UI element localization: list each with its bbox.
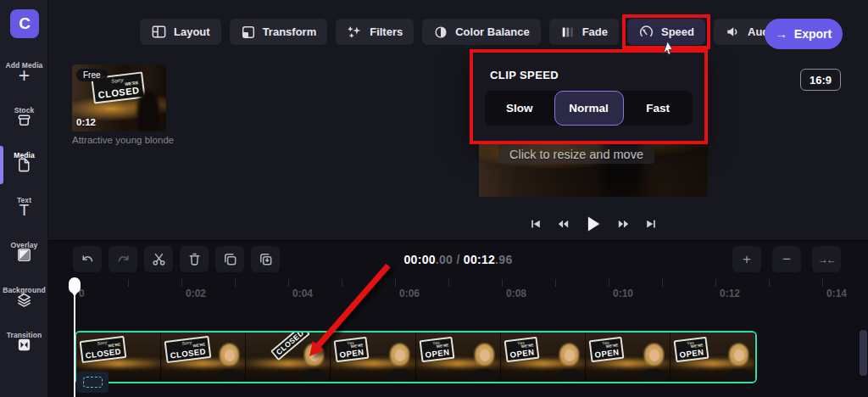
clip-selection-chip[interactable] — [76, 372, 108, 393]
sidebar-item-media[interactable]: Media — [0, 143, 48, 187]
ruler-label: 0:02 — [186, 288, 206, 299]
clip-frame: YesWE'REOPEN — [586, 333, 670, 382]
resize-tooltip: Click to resize and move — [498, 144, 654, 164]
export-label: Export — [794, 27, 832, 41]
export-button[interactable]: → Export — [765, 19, 843, 49]
timeline: 00:00.00 / 00:12.96 + − →← 0 0:02 0:04 0… — [48, 240, 868, 397]
plus-icon: + — [743, 251, 751, 268]
clip-toolbar: Layout Transform Filters Color Balance F… — [140, 19, 790, 45]
speed-button-wrapper: Speed — [627, 19, 705, 45]
layout-icon — [151, 24, 167, 40]
clip-frame: YesWE'REOPEN — [416, 333, 501, 382]
video-clip-selected[interactable]: SorryWE'RECLOSED SorryWE'RECLOSED CLOSED… — [75, 331, 757, 383]
sidebar-item-overlay[interactable]: Overlay — [0, 232, 48, 277]
zoom-to-fit-button[interactable]: →← — [812, 246, 841, 272]
clip-frame: CLOSED — [246, 333, 331, 382]
speed-icon — [638, 24, 654, 40]
skip-to-end-button[interactable] — [645, 218, 657, 230]
transform-icon — [241, 25, 256, 40]
ruler-label: 0:12 — [720, 288, 740, 299]
sidebar-item-label: Overlay — [11, 241, 38, 249]
zoom-out-button[interactable]: − — [772, 246, 801, 272]
timecode-current: 00:00 — [404, 253, 436, 266]
sidebar-item-transition[interactable]: Transition — [0, 322, 48, 367]
duration-badge: 0:12 — [76, 117, 96, 127]
person-thumbnail — [557, 343, 582, 382]
clip-frame: YesWE'REOPEN — [670, 333, 755, 382]
timecode-total-fraction: .96 — [495, 253, 512, 266]
filters-button[interactable]: Filters — [336, 19, 414, 45]
rewind-button[interactable] — [556, 218, 570, 230]
timecode-separator: / — [456, 253, 459, 266]
sign-main-text: OPEN — [339, 348, 364, 359]
clip-frame: YesWE'REOPEN — [331, 333, 415, 382]
sign-main-text: OPEN — [509, 348, 535, 359]
filters-icon — [347, 24, 363, 40]
ruler-label: 0:08 — [506, 288, 526, 299]
sign-main-text: OPEN — [425, 348, 450, 359]
export-arrow-icon: → — [776, 27, 787, 41]
layout-button[interactable]: Layout — [140, 19, 221, 45]
speed-option-slow[interactable]: Slow — [485, 91, 554, 126]
fade-label: Fade — [582, 25, 608, 38]
transform-button[interactable]: Transform — [230, 19, 328, 45]
person-thumbnail — [642, 343, 667, 382]
ruler-label: 0:14 — [826, 288, 847, 299]
person-silhouette — [137, 91, 159, 131]
sidebar-item-add-media[interactable]: + Add Media — [0, 53, 48, 98]
person-thumbnail — [302, 343, 327, 382]
timecode-current-fraction: .00 — [436, 253, 453, 266]
color-balance-label: Color Balance — [455, 25, 529, 38]
editor-top-section: Layout Transform Filters Color Balance F… — [48, 0, 868, 240]
speed-segmented-control: Slow Normal Fast — [485, 91, 693, 126]
main-area: Layout Transform Filters Color Balance F… — [48, 0, 868, 397]
playhead-line — [74, 281, 75, 397]
speed-option-fast[interactable]: Fast — [624, 91, 693, 126]
sidebar-item-label: Media — [14, 151, 35, 159]
speed-option-normal[interactable]: Normal — [554, 91, 624, 126]
sign-main-text: OPEN — [594, 348, 620, 359]
ruler-label: 0:04 — [292, 288, 313, 299]
person-thumbnail — [387, 343, 413, 382]
sidebar-item-label: Stock — [14, 106, 35, 115]
sidebar: C + Add Media Stock Media T Text — [0, 0, 48, 397]
clip-speed-title: CLIP SPEED — [490, 69, 559, 81]
ruler-label: 0:10 — [613, 288, 633, 299]
fit-icon: →← — [818, 254, 835, 266]
play-button[interactable] — [585, 215, 602, 233]
filters-label: Filters — [370, 25, 403, 38]
person-thumbnail — [472, 343, 498, 382]
media-thumbnail-card[interactable]: Free Sorry WE'RE CLOSED 0:12 — [72, 64, 166, 131]
media-caption: Attractive young blonde ... — [72, 135, 175, 145]
color-balance-button[interactable]: Color Balance — [422, 19, 540, 45]
timeline-zoom-controls: + − →← — [732, 246, 841, 272]
timeline-ruler[interactable]: 0 0:02 0:04 0:06 0:08 0:10 0:12 0:14 — [48, 279, 868, 306]
sidebar-item-label: Background — [3, 286, 46, 294]
free-badge: Free — [76, 69, 108, 81]
sidebar-item-label: Transition — [7, 331, 42, 339]
ruler-label: 0:06 — [399, 288, 420, 299]
timecode-total: 00:12 — [464, 253, 495, 266]
clip-speed-popup: CLIP SPEED Slow Normal Fast — [470, 49, 708, 144]
timeline-scrollbar[interactable] — [860, 330, 867, 376]
clip-frame: YesWE'REOPEN — [501, 333, 586, 382]
fade-button[interactable]: Fade — [549, 19, 619, 45]
sidebar-item-background[interactable]: Background — [0, 277, 48, 322]
sidebar-item-stock[interactable]: Stock — [0, 98, 48, 143]
ruler-ticks — [75, 279, 868, 287]
clipchamp-editor: C + Add Media Stock Media T Text — [0, 0, 868, 397]
playhead-handle[interactable] — [69, 277, 81, 294]
sidebar-item-text[interactable]: T Text — [0, 187, 48, 232]
dashed-placeholder-icon — [83, 377, 103, 388]
sidebar-item-label: Text — [17, 196, 31, 204]
mouse-cursor-icon — [661, 41, 674, 59]
fast-forward-button[interactable] — [616, 218, 631, 230]
audio-icon — [725, 24, 741, 40]
sign-main-text: OPEN — [679, 348, 704, 359]
skip-to-start-button[interactable] — [530, 218, 542, 230]
clipchamp-logo[interactable]: C — [10, 9, 39, 38]
aspect-ratio-button[interactable]: 16:9 — [800, 69, 841, 91]
zoom-in-button[interactable]: + — [732, 246, 761, 272]
minus-icon: − — [782, 251, 791, 268]
sidebar-item-label: Add Media — [6, 61, 43, 70]
